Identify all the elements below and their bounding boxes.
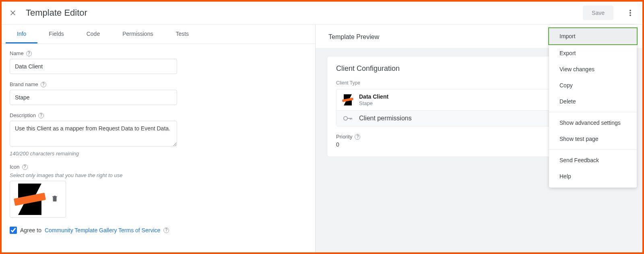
help-icon[interactable]: ?	[22, 164, 28, 170]
tab-bar: Info Fields Code Permissions Tests	[2, 25, 315, 44]
priority-label: Priority	[336, 134, 352, 140]
tab-info[interactable]: Info	[6, 25, 37, 43]
header-bar: Template Editor Save	[2, 2, 642, 24]
help-icon[interactable]: ?	[41, 82, 46, 87]
close-icon[interactable]	[7, 7, 19, 19]
brand-input[interactable]	[10, 90, 177, 105]
menu-item-help[interactable]: Help	[549, 168, 637, 184]
help-icon[interactable]: ?	[38, 113, 44, 118]
brand-label: Brand name	[10, 81, 38, 87]
template-icon	[14, 184, 45, 215]
svg-point-2	[630, 14, 631, 16]
menu-item-delete[interactable]: Delete	[549, 93, 637, 109]
description-field-group: Description ? Use this Client as a mappe…	[10, 112, 307, 157]
tab-tests[interactable]: Tests	[164, 25, 200, 43]
tab-code[interactable]: Code	[75, 25, 111, 43]
menu-item-import[interactable]: Import	[548, 27, 638, 45]
template-icon	[342, 94, 353, 105]
save-button[interactable]: Save	[583, 6, 613, 20]
client-name: Data Client	[359, 93, 388, 100]
help-icon[interactable]: ?	[163, 227, 169, 233]
svg-rect-4	[347, 118, 351, 119]
icon-label: Icon	[10, 164, 20, 170]
name-field-group: Name ?	[10, 50, 307, 74]
svg-point-0	[630, 10, 631, 11]
menu-item-test-page[interactable]: Show test page	[549, 131, 637, 147]
svg-point-3	[344, 117, 347, 120]
description-input[interactable]: Use this Client as a mapper from Request…	[10, 121, 177, 147]
client-brand: Stape	[359, 100, 388, 107]
description-label: Description	[10, 112, 36, 118]
menu-divider	[549, 149, 637, 150]
icon-field-group: Icon ? Select only images that you have …	[10, 164, 307, 218]
key-icon	[342, 116, 353, 121]
more-menu-dropdown: Import Export View changes Copy Delete S…	[549, 25, 637, 188]
menu-item-export[interactable]: Export	[549, 45, 637, 61]
icon-preview-box	[10, 181, 66, 218]
icon-hint: Select only images that you have the rig…	[10, 172, 307, 178]
tab-permissions[interactable]: Permissions	[111, 25, 164, 43]
info-form: Name ? Brand name ? Description ?	[2, 44, 315, 237]
menu-item-feedback[interactable]: Send Feedback	[549, 152, 637, 168]
name-label: Name	[10, 50, 24, 56]
menu-item-copy[interactable]: Copy	[549, 77, 637, 93]
svg-point-1	[630, 12, 631, 14]
tab-fields[interactable]: Fields	[37, 25, 75, 43]
svg-rect-5	[350, 118, 351, 120]
agree-row: Agree to Community Template Gallery Term…	[10, 227, 307, 234]
help-icon[interactable]: ?	[26, 51, 32, 56]
template-editor-window: Template Editor Save Info Fields Code Pe…	[0, 0, 644, 254]
svg-rect-6	[351, 118, 352, 120]
client-permissions-label: Client permissions	[359, 115, 412, 122]
help-icon[interactable]: ?	[355, 134, 360, 140]
delete-icon-button[interactable]	[51, 194, 58, 204]
description-counter: 140/200 characters remaining	[10, 151, 307, 157]
brand-field-group: Brand name ?	[10, 81, 307, 105]
more-menu-button[interactable]	[624, 6, 637, 19]
menu-divider	[549, 112, 637, 112]
page-title: Template Editor	[26, 8, 87, 18]
tos-link[interactable]: Community Template Gallery Terms of Serv…	[45, 227, 160, 233]
editor-pane: Info Fields Code Permissions Tests Name …	[2, 25, 316, 252]
agree-prefix: Agree to	[20, 227, 41, 233]
body-split: Info Fields Code Permissions Tests Name …	[2, 24, 642, 252]
name-input[interactable]	[10, 59, 177, 74]
agree-checkbox[interactable]	[10, 227, 17, 234]
menu-item-advanced-settings[interactable]: Show advanced settings	[549, 115, 637, 131]
menu-item-view-changes[interactable]: View changes	[549, 61, 637, 77]
